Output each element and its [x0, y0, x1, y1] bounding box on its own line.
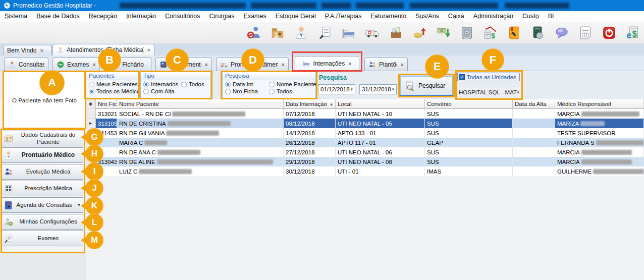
sidebar-button-minhas-configuracoes[interactable]: Minhas Configurações — [1, 214, 83, 230]
cell-medico[interactable]: FERNANDA S — [555, 138, 644, 147]
sub-tab-internacoes[interactable]: Internações× — [295, 56, 359, 71]
cell-alta[interactable] — [513, 109, 555, 119]
menu-item-bi[interactable]: BI — [544, 11, 559, 22]
radio-todos[interactable]: Todos — [181, 81, 204, 87]
cell-medico[interactable]: MARCIA — [555, 157, 644, 166]
money-received-icon[interactable] — [436, 25, 452, 41]
cell-nome[interactable]: MARIA C — [117, 138, 284, 147]
contacts-sync-icon[interactable] — [246, 25, 262, 41]
cell-alta[interactable] — [513, 166, 555, 176]
menu-item-p-a-terapias[interactable]: P.A./Terapias — [320, 11, 366, 22]
radio-meus-pacientes[interactable]: Meus Pacientes — [89, 81, 138, 87]
menu-item-faturamento[interactable]: Faturamento — [366, 11, 411, 22]
sub-tab-consultas[interactable]: Consultas — [4, 58, 48, 71]
main-tab-bem-vindo[interactable]: Bem Vindo× — [3, 45, 51, 55]
radio-nome-paciente[interactable]: Nome Paciente — [269, 81, 316, 87]
sub-tab-plantoes[interactable]: Plantões× — [364, 58, 408, 71]
cell-data[interactable]: 30/12/2018 — [284, 166, 336, 176]
sidebar-button-agenda-de-consultas[interactable]: Agenda de Consultas▼ — [1, 197, 83, 213]
radio-todos[interactable]: Todos — [269, 88, 292, 94]
cell-data[interactable]: 29/12/2018 — [284, 157, 336, 166]
sub-tab-exames[interactable]: Exames× — [52, 58, 100, 71]
column-header-nome[interactable]: Nome Paciente — [117, 99, 284, 109]
supplies-icon[interactable] — [388, 25, 404, 41]
menu-item-recepcao[interactable]: Recepção — [84, 11, 122, 22]
cell-local[interactable]: UTI NEO NATAL - 06 — [336, 147, 425, 157]
close-tab-icon[interactable]: × — [282, 62, 285, 68]
doctor-icon[interactable] — [293, 25, 309, 41]
cell-convenio[interactable]: SUS — [425, 128, 513, 138]
menu-item-exames[interactable]: Exames — [239, 11, 271, 22]
cell-convenio[interactable]: SUS — [425, 157, 513, 166]
sidebar-button-evolucao-medica[interactable]: Evolução Médica — [1, 164, 83, 180]
all-units-checkbox[interactable]: ✓ Todas as Unidades — [457, 73, 520, 81]
cell-data[interactable]: 08/12/2018 — [284, 119, 336, 128]
column-header-local[interactable]: Local — [336, 99, 425, 109]
menu-item-administracao[interactable]: Administração — [469, 11, 518, 22]
unit-select[interactable]: HOSPITAL SQL - MAT ▾ — [457, 87, 521, 97]
cell-alta[interactable] — [513, 128, 555, 138]
menu-item-internacao[interactable]: Internação — [122, 11, 160, 22]
cell-nome[interactable]: RN DE GILVANIA — [117, 128, 284, 138]
chat-icon[interactable] — [554, 25, 570, 41]
radio-nro-ficha[interactable]: Nro Ficha — [225, 88, 258, 94]
cell-nome[interactable]: RN DE ALINE — [117, 157, 284, 166]
radio-internados[interactable]: Internados — [143, 81, 178, 87]
patients-folder-icon[interactable] — [270, 25, 286, 41]
cell-medico[interactable]: MARCIA — [555, 147, 644, 157]
date-to-input[interactable]: 31/12/2018 ▾ — [359, 84, 397, 94]
sidebar-button-prescricao-medica[interactable]: Prescrição Médica — [1, 181, 83, 196]
close-tab-icon[interactable]: × — [147, 47, 150, 53]
e-billing-icon[interactable]: e$ — [625, 25, 641, 41]
cell-convenio[interactable]: SUS — [425, 109, 513, 119]
pesquisar-button[interactable]: Pesquisar — [400, 76, 453, 96]
row-indicator[interactable] — [86, 109, 96, 119]
cell-nome[interactable]: SOCIAL - RN DE CI — [117, 109, 284, 119]
cell-convenio[interactable]: SUS — [425, 147, 513, 157]
safe-icon[interactable] — [459, 25, 475, 41]
cell-alta[interactable] — [513, 119, 555, 128]
cell-nome[interactable]: LUIZ C — [117, 166, 284, 176]
close-tab-icon[interactable]: × — [205, 62, 208, 68]
radio-todos-os-medicos[interactable]: Todos os Médicos — [89, 88, 143, 94]
column-header-medico[interactable]: Médico Responsável — [555, 99, 644, 109]
menu-item-base-de-dados[interactable]: Base de Dados — [32, 11, 84, 22]
close-tab-icon[interactable]: × — [348, 61, 351, 67]
revenue-up-icon[interactable] — [412, 25, 428, 41]
cell-data[interactable]: 27/12/2018 — [284, 147, 336, 157]
column-header-alta[interactable]: Data da Alta — [513, 99, 555, 109]
sidebar-button-exames[interactable]: Exames — [1, 231, 83, 246]
cell-data[interactable]: 26/12/2018 — [284, 138, 336, 147]
menu-item-sus-ans[interactable]: Sus/Ans — [411, 11, 444, 22]
cell-ficha[interactable]: 313109 — [96, 119, 117, 128]
dropdown-arrow-icon[interactable]: ▾ — [392, 87, 396, 92]
cell-ficha[interactable]: 313021 — [96, 109, 117, 119]
cell-local[interactable]: UTI NEO NATAL - 10 — [336, 109, 425, 119]
billing-chart-icon[interactable]: $ — [482, 25, 499, 41]
sidebar-button-prontuario-medico[interactable]: Prontuário Médico — [1, 147, 83, 163]
hospital-bed-icon[interactable] — [341, 25, 357, 41]
contract-icon[interactable] — [317, 25, 333, 41]
shutdown-icon[interactable] — [601, 25, 617, 41]
cell-local[interactable]: UTI NEO NATAL - 05 — [336, 119, 425, 128]
menu-item-consultorios[interactable]: Consultórios — [160, 11, 204, 22]
cell-convenio[interactable]: SUS — [425, 119, 513, 128]
cell-convenio[interactable]: GEAP — [425, 138, 513, 147]
cell-nome[interactable]: RN DE ANA C — [117, 147, 284, 157]
column-header-convenio[interactable]: Convênio — [425, 99, 513, 109]
menu-item-caixa[interactable]: Caixa — [444, 11, 469, 22]
radio-com-alta[interactable]: Com Alta — [143, 88, 175, 94]
close-tab-icon[interactable]: × — [92, 62, 95, 68]
menu-item-estoque-geral[interactable]: Estoque Geral — [271, 11, 320, 22]
menu-item-cirurgias[interactable]: Cirurgias — [205, 11, 239, 22]
cell-local[interactable]: APTO 117 - 01 — [336, 138, 425, 147]
cell-alta[interactable] — [513, 157, 555, 166]
radio-data-int[interactable]: Data Int. — [225, 81, 254, 87]
column-header-data[interactable]: Data Internação▲ — [284, 99, 336, 109]
cell-medico[interactable]: GUILHERME — [555, 166, 644, 176]
cell-local[interactable]: UTI - 01 — [336, 166, 425, 176]
cell-convenio[interactable]: IMAS — [425, 166, 513, 176]
close-tab-icon[interactable]: × — [401, 62, 404, 68]
cell-medico[interactable]: MARIZA — [555, 119, 644, 128]
cell-local[interactable]: UTI NEO NATAL - 08 — [336, 157, 425, 166]
